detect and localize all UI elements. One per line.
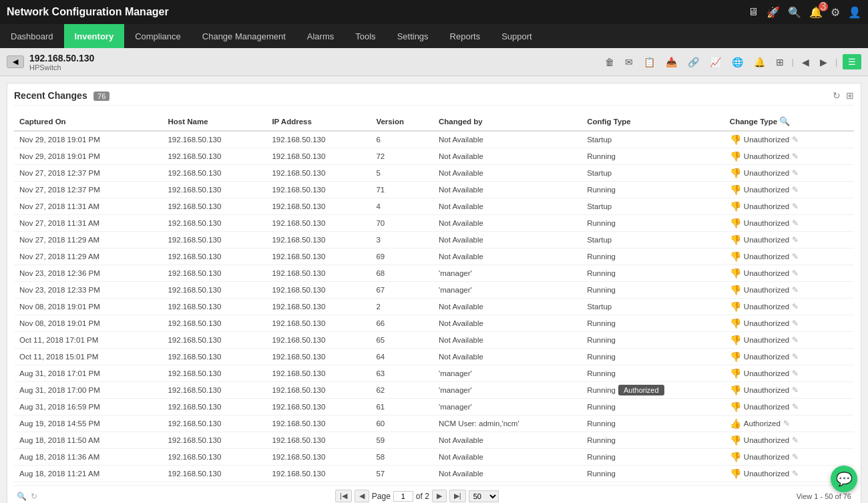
unauthorized-icon: 👎: [730, 201, 741, 212]
edit-icon[interactable]: ✎: [792, 385, 799, 395]
change-type-label: Unauthorized: [744, 136, 789, 144]
cell-ip: 192.168.50.130: [266, 148, 371, 165]
edit-icon[interactable]: ✎: [792, 352, 799, 361]
next-page-btn[interactable]: ▶: [432, 490, 447, 502]
edit-icon[interactable]: ✎: [792, 135, 799, 144]
search-icon[interactable]: 🔍: [788, 6, 801, 19]
link-icon[interactable]: 🔗: [685, 55, 702, 69]
cell-version: 3: [371, 232, 433, 248]
edit-icon[interactable]: ✎: [792, 402, 799, 411]
edit-icon[interactable]: ✎: [792, 285, 799, 295]
first-page-btn[interactable]: |◀: [335, 490, 352, 502]
settings-icon[interactable]: ⚙: [831, 6, 840, 19]
cell-ip: 192.168.50.130: [266, 248, 371, 265]
nav-reports[interactable]: Reports: [439, 24, 491, 48]
edit-icon[interactable]: ✎: [792, 302, 799, 311]
cell-version: 60: [371, 415, 433, 432]
expand-icon[interactable]: ⊞: [846, 90, 854, 101]
page-input[interactable]: [393, 491, 413, 502]
cell-config-type: Startup: [582, 198, 724, 215]
nav-settings[interactable]: Settings: [387, 24, 439, 48]
cell-change-type: 👎 Unauthorized ✎: [724, 332, 854, 349]
next-icon[interactable]: ▶: [817, 55, 830, 69]
cell-changed-by: Not Available: [433, 466, 582, 482]
cell-version: 2: [371, 299, 433, 315]
table-row: Aug 18, 2018 11:21 AM 192.168.50.130 192…: [14, 466, 854, 482]
graph-icon[interactable]: 📈: [707, 55, 724, 69]
cell-change-type: 👎 Unauthorized ✎: [724, 449, 854, 466]
cell-config-type: Startup: [582, 299, 724, 315]
nav-change-management[interactable]: Change Management: [192, 24, 296, 48]
config-icon[interactable]: 📋: [641, 55, 658, 69]
change-type-label: Unauthorized: [744, 202, 789, 210]
device-type: HPSwitch: [29, 63, 94, 71]
nav-alarms[interactable]: Alarms: [296, 24, 345, 48]
section-title: Recent Changes: [14, 90, 87, 101]
chat-button[interactable]: 💬: [831, 466, 857, 492]
user-icon[interactable]: 👤: [848, 6, 861, 19]
cell-ip: 192.168.50.130: [266, 131, 371, 148]
footer-search-icon[interactable]: 🔍: [17, 492, 27, 501]
cell-config-type: Running: [582, 365, 724, 382]
cell-config-type: Startup: [582, 165, 724, 182]
edit-icon[interactable]: ✎: [792, 436, 799, 445]
edit-icon[interactable]: ✎: [792, 452, 799, 462]
alert-icon[interactable]: 🔔: [751, 55, 768, 69]
prev-page-btn[interactable]: ◀: [355, 490, 369, 502]
edit-icon[interactable]: ✎: [792, 369, 799, 378]
cell-version: 72: [371, 148, 433, 165]
edit-icon[interactable]: ✎: [792, 252, 799, 261]
edit-icon[interactable]: ✎: [792, 202, 799, 211]
of-label: of 2: [416, 492, 429, 501]
last-page-btn[interactable]: ▶|: [449, 490, 466, 502]
edit-icon[interactable]: ✎: [792, 168, 799, 178]
nav-compliance[interactable]: Compliance: [124, 24, 192, 48]
edit-icon[interactable]: ✎: [783, 419, 790, 428]
footer-refresh-icon[interactable]: ↻: [31, 492, 37, 501]
edit-icon[interactable]: ✎: [792, 469, 799, 478]
column-search-icon[interactable]: 🔍: [779, 116, 790, 126]
cell-hostname: 192.168.50.130: [162, 198, 266, 215]
nav-tools[interactable]: Tools: [345, 24, 386, 48]
grid-icon[interactable]: ⊞: [773, 55, 787, 69]
cell-change-type: 👎 Unauthorized ✎: [724, 282, 854, 299]
download-icon[interactable]: 📥: [663, 55, 680, 69]
cell-ip: 192.168.50.130: [266, 265, 371, 282]
back-button[interactable]: ◀: [7, 55, 24, 68]
globe-icon[interactable]: 🌐: [729, 55, 746, 69]
cell-change-type: 👎 Unauthorized ✎: [724, 232, 854, 248]
nav-support[interactable]: Support: [491, 24, 543, 48]
main-content: Recent Changes 76 ↻ ⊞ Captured On Host N…: [7, 83, 861, 503]
edit-icon[interactable]: ✎: [792, 235, 799, 244]
col-change-type: Change Type 🔍: [724, 112, 854, 131]
cell-version: 65: [371, 332, 433, 349]
table-row: Nov 08, 2018 19:01 PM 192.168.50.130 192…: [14, 315, 854, 332]
cell-changed-by: Not Available: [433, 215, 582, 232]
rocket-icon[interactable]: 🚀: [767, 6, 780, 19]
edit-icon[interactable]: ✎: [792, 185, 799, 194]
cell-config-type: Running: [582, 215, 724, 232]
monitor-icon[interactable]: 🖥: [748, 6, 758, 18]
cell-changed-by: 'manager': [433, 265, 582, 282]
authorized-icon: 👍: [730, 418, 741, 429]
edit-icon[interactable]: ✎: [792, 319, 799, 328]
refresh-icon[interactable]: ↻: [833, 90, 841, 101]
table-row: Nov 29, 2018 19:01 PM 192.168.50.130 192…: [14, 148, 854, 165]
edit-icon[interactable]: ✎: [792, 152, 799, 161]
change-type-label: Unauthorized: [744, 403, 789, 411]
menu-button[interactable]: ☰: [843, 54, 861, 69]
edit-icon[interactable]: ✎: [792, 218, 799, 228]
edit-icon[interactable]: ✎: [792, 335, 799, 345]
email-icon[interactable]: ✉: [622, 55, 636, 69]
edit-icon[interactable]: ✎: [792, 269, 799, 278]
per-page-select[interactable]: 50 25 100: [469, 490, 499, 502]
trash-icon[interactable]: 🗑: [602, 55, 617, 69]
table-row: Nov 23, 2018 12:33 PM 192.168.50.130 192…: [14, 282, 854, 299]
cell-change-type: 👎 Unauthorized ✎: [724, 349, 854, 365]
cell-change-type: 👎 Unauthorized ✎: [724, 432, 854, 449]
unauthorized-icon: 👎: [730, 134, 741, 145]
prev-icon[interactable]: ◀: [799, 55, 812, 69]
nav-dashboard[interactable]: Dashboard: [0, 24, 64, 48]
nav-inventory[interactable]: Inventory: [64, 24, 125, 48]
cell-config-type: Running: [582, 399, 724, 415]
